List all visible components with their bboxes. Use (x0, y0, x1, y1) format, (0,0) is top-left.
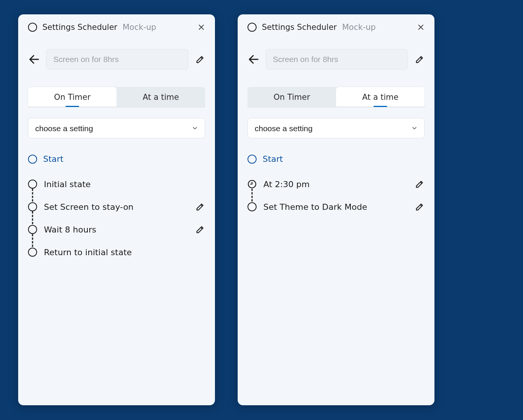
close-icon[interactable] (198, 23, 205, 31)
circle-icon (28, 248, 37, 257)
mode-tabs: On Timer At a time (247, 87, 425, 107)
step-list: At 2:30 pm Set Theme to Dark Mode (247, 179, 425, 212)
step-initial-state: Initial state (28, 179, 205, 189)
circle-icon (247, 202, 257, 211)
back-icon[interactable] (28, 54, 39, 65)
setting-select[interactable]: choose a setting (247, 118, 425, 138)
scheduler-panel-on-timer: Settings Scheduler Mock-up On Timer At a… (18, 14, 215, 405)
start-row[interactable]: Start (28, 154, 205, 164)
edit-step-icon[interactable] (195, 225, 205, 234)
start-icon (28, 155, 37, 164)
setting-select-wrap: choose a setting (247, 118, 425, 138)
edit-step-icon[interactable] (415, 202, 425, 212)
step-wait-8-hours: Wait 8 hours (28, 224, 205, 235)
app-title: Settings Scheduler (42, 23, 117, 32)
tab-on-timer[interactable]: On Timer (247, 87, 336, 107)
step-label: Return to initial state (44, 248, 205, 257)
setting-select-wrap: choose a setting (28, 118, 205, 138)
clock-icon (247, 180, 257, 189)
back-icon[interactable] (247, 54, 259, 65)
edit-step-icon[interactable] (415, 179, 425, 189)
close-icon[interactable] (417, 23, 425, 31)
step-return-initial-state: Return to initial state (28, 247, 205, 257)
step-label: Initial state (44, 180, 205, 189)
titlebar: Settings Scheduler Mock-up (28, 23, 205, 32)
app-subtitle: Mock-up (342, 23, 376, 32)
tab-at-a-time-label: At a time (362, 93, 398, 102)
start-icon (247, 155, 257, 164)
step-label: Wait 8 hours (44, 225, 188, 234)
circle-icon (28, 225, 37, 234)
tab-at-a-time[interactable]: At a time (117, 87, 205, 107)
name-row (28, 49, 205, 70)
edit-name-icon[interactable] (415, 54, 425, 64)
setting-select[interactable]: choose a setting (28, 118, 205, 138)
edit-name-icon[interactable] (195, 54, 205, 64)
step-list: Initial state Set Screen to stay-on Wait… (28, 179, 205, 257)
start-label: Start (43, 154, 64, 164)
circle-icon (28, 180, 37, 189)
step-label: Set Screen to stay-on (44, 202, 188, 212)
edit-step-icon[interactable] (195, 202, 205, 212)
schedule-name-input[interactable] (266, 49, 408, 70)
tab-at-a-time-label: At a time (143, 93, 179, 102)
schedule-name-input[interactable] (46, 49, 188, 70)
mode-tabs: On Timer At a time (28, 87, 205, 107)
tab-on-timer-label: On Timer (274, 93, 310, 102)
tab-on-timer[interactable]: On Timer (28, 87, 117, 107)
app-title: Settings Scheduler (262, 23, 337, 32)
tab-on-timer-label: On Timer (54, 93, 91, 102)
app-icon (28, 23, 37, 32)
name-row (247, 49, 425, 70)
start-label: Start (263, 154, 283, 164)
titlebar: Settings Scheduler Mock-up (247, 23, 425, 32)
step-set-screen-stay-on: Set Screen to stay-on (28, 201, 205, 212)
scheduler-panel-at-a-time: Settings Scheduler Mock-up On Timer At a… (238, 14, 434, 405)
tab-at-a-time[interactable]: At a time (336, 87, 425, 107)
circle-icon (28, 202, 37, 211)
step-at-time: At 2:30 pm (247, 179, 425, 189)
step-label: At 2:30 pm (263, 180, 408, 189)
step-set-theme-dark: Set Theme to Dark Mode (247, 201, 425, 212)
app-icon (247, 23, 257, 32)
step-label: Set Theme to Dark Mode (263, 202, 408, 212)
app-subtitle: Mock-up (123, 23, 156, 32)
start-row[interactable]: Start (247, 154, 425, 164)
